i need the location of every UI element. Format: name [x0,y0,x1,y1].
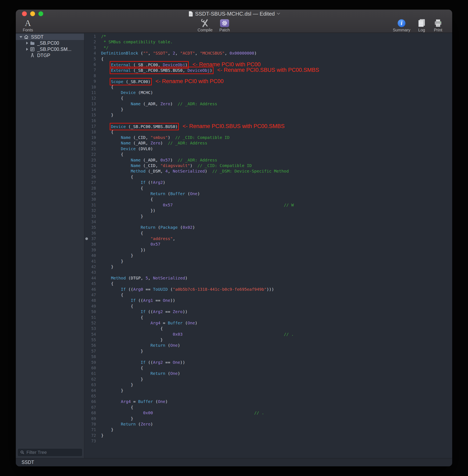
code-line[interactable]: }) [101,208,452,213]
code-line[interactable]: Name (_ADR, Zero) // _ADR: Address [101,140,452,146]
code-line[interactable]: } [101,264,452,270]
code-line[interactable]: } [101,348,452,354]
code-line[interactable]: } [101,337,452,343]
disclosure-closed-icon[interactable] [25,48,29,51]
fonts-button[interactable]: A Fonts [19,18,37,33]
code-line[interactable]: "address", [101,236,452,241]
code-line[interactable]: Device (_SB.PC00.SMBS.BUS0)<- Rename PCI… [101,123,452,129]
code-editor[interactable]: 1234567891011121314151617181920212223242… [84,33,452,458]
log-button[interactable]: Log [412,18,431,33]
code-line[interactable]: { [101,315,452,320]
code-line[interactable]: } [101,112,452,118]
sidebar-item-sb-pc00[interactable]: _SB.PC00 [16,40,84,46]
line-number: 61 [84,371,99,376]
minimize-button[interactable] [30,11,35,16]
code-line[interactable]: { [101,326,452,331]
patch-button[interactable]: Patch [215,18,234,33]
code-line[interactable]: } [101,433,452,438]
code-line[interactable]: Arg4 = Buffer (One) [101,320,452,326]
code-line[interactable]: } [101,107,452,112]
code-line[interactable]: } [101,416,452,421]
line-number: 49 [84,303,99,309]
code-line[interactable]: 0x57 // W [101,202,452,208]
code-line[interactable]: { [101,303,452,309]
code-line[interactable]: Return (Zero) [101,421,452,427]
summary-button[interactable]: i Summary [392,18,411,33]
code-line[interactable]: { [101,56,452,62]
print-button[interactable]: Print [429,18,447,33]
code-line[interactable]: Name (_ADR, 0x57) // _ADR: Address [101,157,452,163]
log-pages-icon [417,19,426,28]
line-number: 14 [84,107,99,112]
code-line[interactable]: External (_SB_.PC00, DeviceObj)<- Rename… [101,62,452,67]
code-line[interactable]: 0x03 // . [101,332,452,337]
code-line[interactable]: { [101,281,452,286]
sidebar-item-sb-pc00-smbs[interactable]: _SB.PC00.SM... [16,46,84,52]
code-line[interactable]: } [101,376,452,382]
code-line[interactable]: DefinitionBlock ("", "SSDT", 2, "ACDT", … [101,50,452,56]
code-line[interactable]: Name (_CID, "diagsvault") // _CID: Compa… [101,163,452,168]
code-lines[interactable]: /* * SMBus compatibility table. */Defini… [99,33,452,458]
patch-label: Patch [215,28,234,32]
close-button[interactable] [22,11,27,16]
code-line[interactable]: Return (One) [101,371,452,376]
code-line[interactable]: { [101,292,452,298]
code-line[interactable]: 0x57 [101,241,452,247]
code-line[interactable]: Return (Buffer (One) [101,191,452,196]
code-line[interactable]: Device (MCHC) [101,90,452,95]
code-line[interactable]: { [101,230,452,236]
code-line[interactable]: Arg4 = Buffer (One) [101,399,452,404]
code-line[interactable]: Device (DVL0) [101,146,452,152]
filter-field[interactable]: Filter Tree [17,448,82,457]
code-line[interactable] [101,73,452,79]
code-line[interactable] [101,354,452,359]
code-line[interactable]: { [101,129,452,135]
code-line[interactable]: Method (_DSM, 4, NotSerialized) // _DSM:… [101,168,452,174]
code-line[interactable]: 0x00 // . [101,410,452,416]
code-line[interactable]: Method (DTGP, 5, NotSerialized) [101,275,452,281]
code-line[interactable]: Return (Package (0x02) [101,225,452,230]
code-line[interactable]: { [101,365,452,371]
code-line[interactable]: If (!Arg2) [101,180,452,185]
code-line[interactable]: Name (_ADR, Zero) // _ADR: Address [101,101,452,107]
disclosure-closed-icon[interactable] [25,42,29,45]
code-line[interactable]: } [101,258,452,264]
code-line[interactable]: { [101,95,452,101]
code-line[interactable]: /* [101,34,452,39]
code-line[interactable] [101,219,452,225]
window-title-group[interactable]: SSDT-SBUS-MCHC.dsl — Edited [189,10,279,18]
code-line[interactable]: }) [101,247,452,253]
code-line[interactable]: Name (_CID, "smbus") // _CID: Compatible… [101,135,452,140]
code-line[interactable]: * SMBus compatibility table. [101,39,452,45]
code-line[interactable]: } [101,214,452,219]
code-line[interactable]: } [101,382,452,387]
code-line[interactable]: { [101,174,452,180]
code-line[interactable]: If ((Arg2 == One)) [101,360,452,365]
compile-button[interactable]: Compile [196,18,214,33]
code-line[interactable]: { [101,152,452,157]
disclosure-open-icon[interactable] [19,36,23,38]
code-line[interactable]: If ((Arg1 == One)) [101,298,452,303]
code-line[interactable]: } [101,388,452,393]
code-line[interactable]: Return (One) [101,343,452,348]
code-line[interactable]: Scope (_SB.PC00)<- Rename PCI0 with PC00 [101,79,452,84]
code-line[interactable]: } [101,253,452,258]
code-line[interactable]: { [101,84,452,90]
code-line[interactable]: { [101,405,452,410]
title-chevron-icon[interactable] [277,11,280,15]
zoom-button[interactable] [38,11,43,16]
code-line[interactable]: External (_SB_.PC00.SMBS.BUS0, DeviceObj… [101,67,452,73]
code-line[interactable]: If ((Arg0 == ToUUID ("a0b5b7c6-1318-441c… [101,287,452,292]
code-line[interactable] [101,270,452,275]
code-line[interactable]: If ((Arg2 == Zero)) [101,309,452,314]
code-line[interactable]: { [101,185,452,191]
code-line[interactable] [101,438,452,444]
code-line[interactable]: } [101,427,452,432]
sidebar-item-ssdt[interactable]: SSDT [16,34,84,40]
code-line[interactable] [101,393,452,399]
sidebar-item-dtgp[interactable]: DTGP [16,52,84,59]
home-icon [24,34,29,40]
code-line[interactable]: { [101,196,452,202]
code-line[interactable]: */ [101,45,452,50]
code-line[interactable] [101,118,452,123]
